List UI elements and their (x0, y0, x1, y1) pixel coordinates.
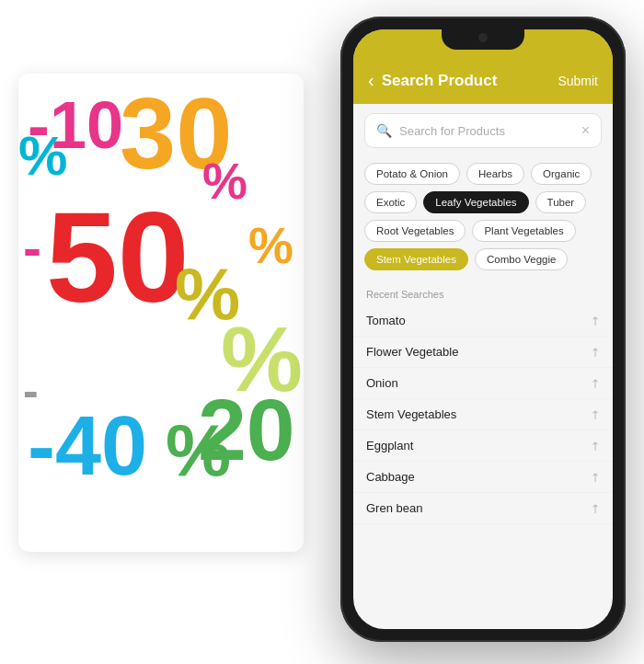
recent-search-item[interactable]: Stem Vegetables↗ (353, 399, 613, 430)
category-chip[interactable]: Organic (531, 163, 592, 185)
phone-screen: ‹ Search Product Submit 🔍 Search for Pro… (353, 29, 613, 629)
recent-search-item[interactable]: Tomato↗ (353, 305, 613, 337)
recent-searches-label: Recent Searches (353, 276, 613, 305)
discount-text: - (23, 221, 41, 276)
recent-search-arrow-icon: ↗ (586, 406, 603, 422)
category-chip[interactable]: Hearbs (466, 163, 524, 185)
category-chip[interactable]: Plant Vegetables (472, 220, 575, 242)
category-chip[interactable]: Exotic (364, 191, 417, 213)
discount-text: % (18, 129, 67, 184)
discount-text: % (202, 156, 247, 207)
category-chip[interactable]: Root Vegetables (364, 220, 466, 242)
recent-search-text: Cabbage (366, 470, 415, 484)
recent-search-text: Flower Vegetable (366, 345, 458, 359)
discount-numbers: -10%30%-50%%-40%20%- (18, 74, 304, 552)
recent-search-item[interactable]: Flower Vegetable↗ (353, 337, 613, 368)
recent-search-arrow-icon: ↗ (586, 437, 603, 453)
recent-search-text: Gren bean (366, 501, 422, 515)
discount-poster: -10%30%-50%%-40%20%- (18, 74, 304, 552)
recent-search-item[interactable]: Cabbage↗ (353, 462, 613, 493)
recent-search-arrow-icon: ↗ (586, 374, 603, 391)
category-chips: Potato & OnionHearbsOrganicExoticLeafy V… (353, 157, 613, 276)
discount-text: 20 (198, 386, 295, 474)
discount-text: -40 (28, 405, 147, 487)
recent-search-arrow-icon: ↗ (586, 499, 603, 516)
recent-search-arrow-icon: ↗ (586, 312, 603, 328)
category-chip[interactable]: Leafy Vegetables (423, 191, 528, 213)
search-icon: 🔍 (376, 123, 392, 138)
recent-search-text: Eggplant (366, 439, 413, 452)
category-chip[interactable]: Tuber (535, 191, 587, 213)
recent-search-item[interactable]: Eggplant↗ (353, 430, 613, 462)
search-input[interactable]: Search for Products (399, 124, 574, 138)
discount-text: 50 (46, 193, 190, 322)
category-chip[interactable]: Stem Vegetables (364, 248, 468, 270)
discount-text: - (23, 368, 39, 414)
category-chip[interactable]: Potato & Onion (364, 163, 460, 185)
recent-search-text: Onion (366, 376, 398, 390)
category-chip[interactable]: Combo Veggie (475, 248, 568, 270)
recent-search-item[interactable]: Onion↗ (353, 368, 613, 399)
header-title: Search Product (382, 72, 558, 90)
recent-search-text: Tomato (366, 314, 406, 327)
phone-camera (478, 33, 488, 42)
recent-search-arrow-icon: ↗ (586, 343, 603, 360)
recent-search-item[interactable]: Gren bean↗ (353, 493, 613, 524)
recent-searches-list: Tomato↗Flower Vegetable↗Onion↗Stem Veget… (353, 305, 613, 524)
recent-search-arrow-icon: ↗ (586, 468, 603, 485)
back-button[interactable]: ‹ (368, 70, 374, 91)
search-bar[interactable]: 🔍 Search for Products × (364, 113, 602, 148)
recent-search-text: Stem Vegetables (366, 407, 456, 421)
discount-text: % (248, 221, 293, 271)
submit-button[interactable]: Submit (558, 74, 598, 88)
phone-shell: ‹ Search Product Submit 🔍 Search for Pro… (340, 17, 626, 642)
phone-mockup: ‹ Search Product Submit 🔍 Search for Pro… (340, 17, 626, 642)
clear-icon[interactable]: × (581, 122, 590, 139)
